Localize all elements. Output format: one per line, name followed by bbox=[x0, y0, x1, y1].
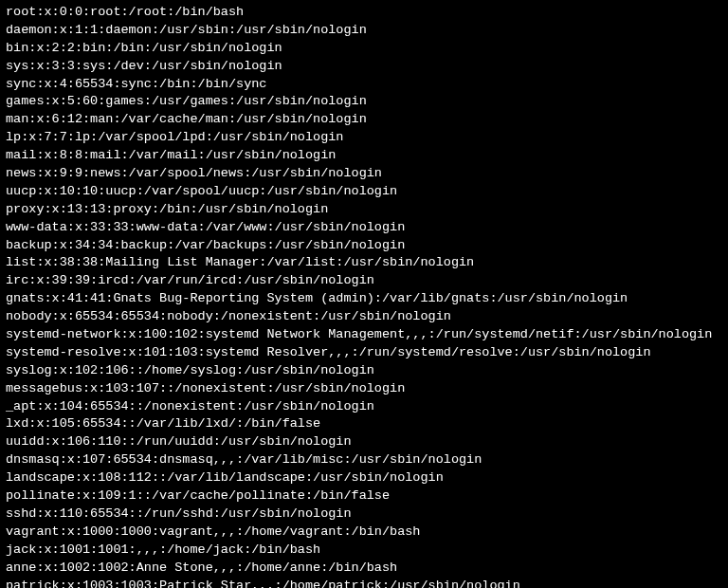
passwd-line: pollinate:x:109:1::/var/cache/pollinate:… bbox=[6, 487, 722, 505]
passwd-line: uucp:x:10:10:uucp:/var/spool/uucp:/usr/s… bbox=[6, 183, 722, 201]
passwd-line: uuidd:x:106:110::/run/uuidd:/usr/sbin/no… bbox=[6, 433, 722, 451]
passwd-line: root:x:0:0:root:/root:/bin/bash bbox=[6, 4, 722, 22]
passwd-line: mail:x:8:8:mail:/var/mail:/usr/sbin/nolo… bbox=[6, 147, 722, 165]
passwd-line: games:x:5:60:games:/usr/games:/usr/sbin/… bbox=[6, 93, 722, 111]
passwd-line: www-data:x:33:33:www-data:/var/www:/usr/… bbox=[6, 219, 722, 237]
passwd-line: proxy:x:13:13:proxy:/bin:/usr/sbin/nolog… bbox=[6, 201, 722, 219]
passwd-line: anne:x:1002:1002:Anne Stone,,,:/home/ann… bbox=[6, 560, 722, 578]
passwd-line: irc:x:39:39:ircd:/var/run/ircd:/usr/sbin… bbox=[6, 272, 722, 290]
passwd-line: vagrant:x:1000:1000:vagrant,,,:/home/vag… bbox=[6, 524, 722, 542]
passwd-line: man:x:6:12:man:/var/cache/man:/usr/sbin/… bbox=[6, 111, 722, 129]
passwd-line: messagebus:x:103:107::/nonexistent:/usr/… bbox=[6, 380, 722, 398]
passwd-line: patrick:x:1003:1003:Patrick Star,,,:/hom… bbox=[6, 578, 722, 589]
passwd-line: landscape:x:108:112::/var/lib/landscape:… bbox=[6, 469, 722, 487]
passwd-line: backup:x:34:34:backup:/var/backups:/usr/… bbox=[6, 237, 722, 255]
passwd-line: _apt:x:104:65534::/nonexistent:/usr/sbin… bbox=[6, 398, 722, 416]
passwd-line: list:x:38:38:Mailing List Manager:/var/l… bbox=[6, 254, 722, 272]
terminal-output[interactable]: root:x:0:0:root:/root:/bin/bashdaemon:x:… bbox=[6, 4, 722, 588]
passwd-line: systemd-network:x:100:102:systemd Networ… bbox=[6, 326, 722, 344]
passwd-line: lxd:x:105:65534::/var/lib/lxd/:/bin/fals… bbox=[6, 415, 722, 433]
passwd-line: sshd:x:110:65534::/run/sshd:/usr/sbin/no… bbox=[6, 505, 722, 524]
passwd-line: jack:x:1001:1001:,,,:/home/jack:/bin/bas… bbox=[6, 542, 722, 560]
passwd-line: lp:x:7:7:lp:/var/spool/lpd:/usr/sbin/nol… bbox=[6, 129, 722, 147]
passwd-line: dnsmasq:x:107:65534:dnsmasq,,,:/var/lib/… bbox=[6, 451, 722, 469]
passwd-line: gnats:x:41:41:Gnats Bug-Reporting System… bbox=[6, 290, 722, 308]
passwd-line: sys:x:3:3:sys:/dev:/usr/sbin/nologin bbox=[6, 58, 722, 76]
passwd-line: nobody:x:65534:65534:nobody:/nonexistent… bbox=[6, 308, 722, 326]
passwd-line: daemon:x:1:1:daemon:/usr/sbin:/usr/sbin/… bbox=[6, 22, 722, 40]
passwd-line: sync:x:4:65534:sync:/bin:/bin/sync bbox=[6, 76, 722, 94]
passwd-line: systemd-resolve:x:101:103:systemd Resolv… bbox=[6, 344, 722, 362]
passwd-line: news:x:9:9:news:/var/spool/news:/usr/sbi… bbox=[6, 165, 722, 183]
passwd-line: bin:x:2:2:bin:/bin:/usr/sbin/nologin bbox=[6, 40, 722, 58]
passwd-line: syslog:x:102:106::/home/syslog:/usr/sbin… bbox=[6, 362, 722, 380]
